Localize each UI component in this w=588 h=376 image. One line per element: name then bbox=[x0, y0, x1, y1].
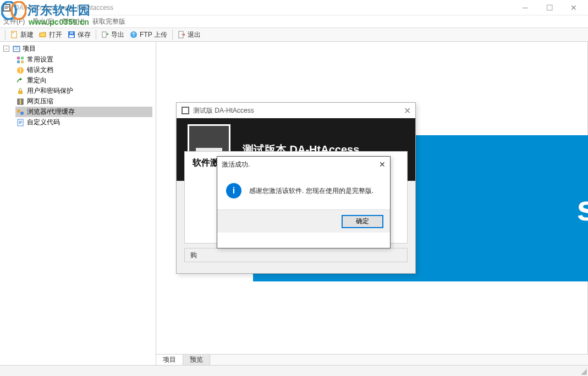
svg-rect-8 bbox=[69, 35, 74, 37]
close-button[interactable]: ✕ bbox=[562, 0, 586, 15]
svg-rect-24 bbox=[18, 91, 23, 94]
maximize-button[interactable]: ☐ bbox=[537, 0, 562, 15]
trial-buy-button[interactable]: 购 bbox=[184, 248, 408, 262]
svg-rect-30 bbox=[19, 121, 22, 121]
titlebar: DA-HtAccess - .new_file.htaccess ─ ☐ ✕ bbox=[0, 0, 588, 15]
app-icon bbox=[2, 3, 11, 12]
menu-getfull[interactable]: 获取完整版 bbox=[92, 17, 125, 26]
trial-close-button[interactable]: ✕ bbox=[404, 106, 411, 116]
window-title: DA-HtAccess - .new_file.htaccess bbox=[14, 4, 113, 12]
tab-preview[interactable]: 预览 bbox=[183, 355, 210, 365]
export-icon bbox=[101, 31, 109, 38]
exit-icon bbox=[178, 31, 185, 38]
dialog-icon bbox=[181, 106, 190, 115]
statusbar: ◢ bbox=[0, 365, 588, 376]
svg-rect-2 bbox=[4, 6, 9, 7]
message-dialog: 激活成功. ✕ i 感谢您激活该软件. 您现在使用的是完整版. 确定 bbox=[217, 156, 391, 248]
folder-open-icon bbox=[39, 31, 47, 38]
svg-rect-18 bbox=[21, 57, 24, 59]
tree-item-cache[interactable]: 浏览器/代理缓存 bbox=[15, 107, 152, 117]
menu-file[interactable]: 文件(F) bbox=[3, 17, 25, 26]
message-close-button[interactable]: ✕ bbox=[379, 160, 386, 169]
svg-rect-20 bbox=[21, 60, 24, 63]
svg-rect-23 bbox=[20, 71, 21, 73]
svg-rect-19 bbox=[17, 60, 20, 63]
cache-icon bbox=[17, 108, 24, 116]
tree-item-compression[interactable]: 网页压缩 bbox=[15, 96, 152, 107]
project-icon bbox=[13, 45, 20, 53]
menu-help[interactable]: 帮助(H) bbox=[62, 17, 85, 26]
exit-button[interactable]: 退出 bbox=[175, 29, 203, 41]
open-button[interactable]: 打开 bbox=[37, 29, 64, 41]
toolbar: 新建 打开 保存 导出 FTP 上传 退出 bbox=[0, 27, 588, 42]
trial-dialog-title: 测试版 DA-HtAccess bbox=[193, 106, 254, 115]
tree-root[interactable]: − 项目 bbox=[3, 44, 152, 53]
svg-point-28 bbox=[20, 112, 24, 115]
code-icon bbox=[17, 119, 24, 126]
sidebar-tree: − 项目 常用设置 错误文档 重定向 用户和密码保护 网页 bbox=[0, 42, 156, 365]
save-button[interactable]: 保存 bbox=[65, 29, 93, 41]
svg-rect-9 bbox=[70, 32, 73, 34]
menu-export[interactable]: 导出(E) bbox=[32, 17, 54, 26]
ok-button[interactable]: 确定 bbox=[342, 215, 383, 228]
svg-rect-16 bbox=[14, 49, 19, 51]
tree-item-custom[interactable]: 自定义代码 bbox=[15, 117, 152, 128]
tab-project[interactable]: 项目 bbox=[156, 355, 183, 365]
svg-rect-17 bbox=[17, 57, 20, 59]
new-button[interactable]: 新建 bbox=[8, 29, 36, 41]
compress-icon bbox=[17, 98, 24, 106]
svg-rect-31 bbox=[19, 122, 22, 123]
svg-rect-10 bbox=[102, 32, 106, 37]
svg-rect-15 bbox=[17, 47, 19, 49]
collapse-icon[interactable]: − bbox=[3, 46, 9, 52]
tree-item-password[interactable]: 用户和密码保护 bbox=[15, 86, 152, 96]
bottom-tabs: 项目 预览 bbox=[156, 354, 588, 365]
ftp-upload-button[interactable]: FTP 上传 bbox=[128, 29, 169, 41]
minimize-button[interactable]: ─ bbox=[513, 0, 537, 15]
export-button[interactable]: 导出 bbox=[99, 29, 127, 41]
svg-rect-14 bbox=[14, 47, 17, 49]
svg-rect-32 bbox=[19, 123, 21, 124]
message-text: 感谢您激活该软件. 您现在使用的是完整版. bbox=[249, 186, 373, 196]
menubar: 文件(F) 导出(E) 帮助(H) 获取完整版 bbox=[0, 15, 588, 27]
resize-grip-icon[interactable]: ◢ bbox=[581, 367, 587, 375]
error-doc-icon bbox=[17, 67, 24, 74]
svg-rect-34 bbox=[183, 108, 188, 113]
new-file-icon bbox=[10, 31, 18, 38]
tree-item-settings[interactable]: 常用设置 bbox=[15, 54, 152, 65]
svg-rect-26 bbox=[20, 99, 21, 104]
message-title: 激活成功. bbox=[222, 160, 250, 169]
lock-icon bbox=[17, 87, 24, 95]
info-icon: i bbox=[226, 183, 241, 198]
svg-rect-4 bbox=[4, 8, 8, 9]
svg-rect-6 bbox=[12, 32, 14, 33]
svg-rect-22 bbox=[20, 68, 21, 71]
save-icon bbox=[68, 31, 75, 38]
tree-item-redirect[interactable]: 重定向 bbox=[15, 75, 152, 86]
redirect-icon bbox=[17, 77, 24, 85]
settings-icon bbox=[17, 56, 24, 64]
upload-icon bbox=[130, 31, 138, 38]
svg-point-27 bbox=[17, 109, 20, 113]
tree-item-error-docs[interactable]: 错误文档 bbox=[15, 65, 152, 75]
svg-rect-3 bbox=[4, 7, 9, 8]
svg-rect-5 bbox=[12, 31, 17, 38]
